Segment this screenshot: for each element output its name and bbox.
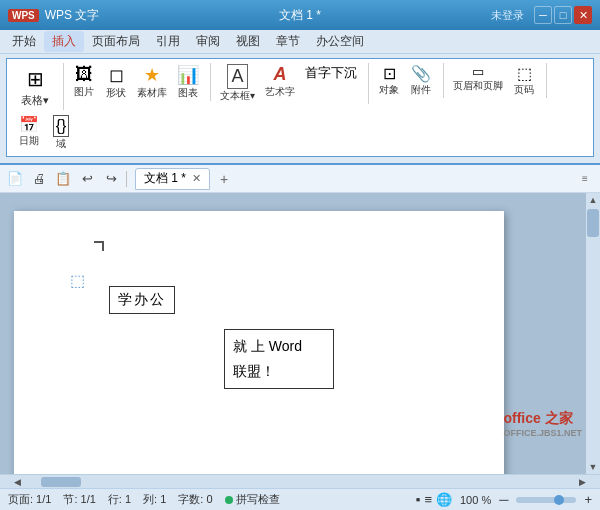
textbox-xueban-text: 学办公 bbox=[118, 291, 166, 307]
horizontal-scrollbar[interactable]: ◀ ▶ bbox=[0, 474, 600, 488]
toolbar-separator bbox=[126, 171, 127, 187]
ribbon-group-text: A 文本框▾ A 艺术字 首字下沉 x bbox=[217, 63, 369, 104]
view-mode-icons: ▪ ≡ 🌐 bbox=[416, 492, 452, 507]
status-right: ▪ ≡ 🌐 100 % ─ + bbox=[416, 492, 592, 507]
pagenum-label: 页码 bbox=[514, 83, 534, 97]
field-label: 域 bbox=[56, 137, 66, 151]
spell-check-indicator bbox=[225, 496, 233, 504]
zoom-plus-btn[interactable]: + bbox=[584, 492, 592, 507]
zoom-slider[interactable] bbox=[516, 497, 576, 503]
scroll-up-arrow[interactable]: ▲ bbox=[586, 193, 600, 207]
pagenum-icon: ⬚ bbox=[517, 64, 532, 83]
arttext-icon: A bbox=[274, 64, 287, 85]
ribbon-arttext-btn[interactable]: A 艺术字 bbox=[262, 63, 298, 100]
ribbon-group-images: 🖼 图片 ◻ 形状 ★ 素材库 📊 图表 bbox=[70, 63, 211, 101]
dropcap-icon: 首字下沉 bbox=[305, 64, 357, 82]
status-row: 行: 1 bbox=[108, 492, 131, 507]
attach-icon: 📎 bbox=[411, 64, 431, 83]
title-bar-controls: 未登录 ─ □ ✕ bbox=[491, 6, 592, 24]
menu-bar: 开始 插入 页面布局 引用 审阅 视图 章节 办公空间 bbox=[0, 30, 600, 54]
ribbon-group-date: 📅 日期 {} 域 bbox=[15, 114, 83, 152]
hscroll-thumb[interactable] bbox=[41, 477, 81, 487]
ribbon-shape-btn[interactable]: ◻ 形状 bbox=[102, 63, 130, 101]
watermark-url: OFFICE.JBS1.NET bbox=[503, 428, 582, 438]
quick-access-toolbar: 📄 🖨 📋 ↩ ↪ 文档 1 * ✕ + ≡ bbox=[0, 165, 600, 193]
ribbon-dropcap-btn[interactable]: 首字下沉 x bbox=[302, 63, 360, 94]
image-icon: 🖼 bbox=[75, 64, 93, 85]
ribbon-date-btn[interactable]: 📅 日期 bbox=[15, 114, 43, 149]
ribbon-field-btn[interactable]: {} 域 bbox=[47, 114, 75, 152]
textbox-word[interactable]: 就 上 Word 联盟！ bbox=[224, 329, 334, 389]
ribbon-group-table: ⊞ 表格▾ bbox=[15, 63, 64, 110]
hscroll-left-arrow[interactable]: ◀ bbox=[14, 477, 21, 487]
textbox-icon: A bbox=[227, 64, 247, 89]
ribbon-image-btn[interactable]: 🖼 图片 bbox=[70, 63, 98, 100]
doc-tab[interactable]: 文档 1 * ✕ bbox=[135, 168, 210, 190]
paste-btn[interactable]: 📋 bbox=[52, 168, 74, 190]
textbox-word-line2: 联盟！ bbox=[233, 359, 325, 384]
table-icon: ⊞ bbox=[19, 65, 51, 93]
material-icon: ★ bbox=[144, 64, 160, 86]
textbox-xueban[interactable]: 学办公 bbox=[109, 286, 175, 314]
menu-review[interactable]: 审阅 bbox=[188, 31, 228, 52]
image-label: 图片 bbox=[74, 85, 94, 99]
view-toggle-btn[interactable]: ≡ bbox=[574, 168, 596, 190]
menu-layout[interactable]: 页面布局 bbox=[84, 31, 148, 52]
close-button[interactable]: ✕ bbox=[574, 6, 592, 24]
view-normal-btn[interactable]: ▪ bbox=[416, 492, 421, 507]
doc-insert-icon: ⬚ bbox=[70, 271, 85, 290]
vertical-scrollbar[interactable]: ▲ ▼ bbox=[586, 193, 600, 474]
wps-logo: WPS bbox=[8, 9, 39, 22]
attach-label: 附件 bbox=[411, 83, 431, 97]
menu-chapter[interactable]: 章节 bbox=[268, 31, 308, 52]
ribbon-chart-btn[interactable]: 📊 图表 bbox=[174, 63, 202, 101]
scroll-down-arrow[interactable]: ▼ bbox=[586, 460, 600, 474]
new-tab-btn[interactable]: + bbox=[214, 169, 234, 189]
undo-btn[interactable]: ↩ bbox=[76, 168, 98, 190]
title-bar: WPS WPS 文字 文档 1 * 未登录 ─ □ ✕ bbox=[0, 0, 600, 30]
redo-btn[interactable]: ↪ bbox=[100, 168, 122, 190]
document-page: ⬚ 学办公 就 上 Word 联盟！ bbox=[14, 211, 504, 474]
document-area: ⬚ 学办公 就 上 Word 联盟！ ▲ ▼ office 之家 OFFICE.… bbox=[0, 193, 600, 474]
ribbon-table-btn[interactable]: ⊞ 表格▾ bbox=[15, 63, 55, 110]
ribbon-material-btn[interactable]: ★ 素材库 bbox=[134, 63, 170, 101]
hscroll-right-arrow[interactable]: ▶ bbox=[579, 477, 586, 487]
status-left: 页面: 1/1 节: 1/1 行: 1 列: 1 字数: 0 拼写检查 bbox=[8, 492, 280, 507]
maximize-button[interactable]: □ bbox=[554, 6, 572, 24]
field-icon: {} bbox=[53, 115, 70, 137]
zoom-minus-btn[interactable]: ─ bbox=[499, 492, 508, 507]
watermark-text1: office bbox=[503, 410, 540, 426]
date-icon: 📅 bbox=[19, 115, 39, 134]
new-btn[interactable]: 📄 bbox=[4, 168, 26, 190]
shape-icon: ◻ bbox=[109, 64, 124, 86]
headerfooter-label: 页眉和页脚 bbox=[453, 79, 503, 93]
arttext-label: 艺术字 bbox=[265, 85, 295, 99]
login-status: 未登录 bbox=[491, 8, 524, 23]
ribbon-object-btn[interactable]: ⊡ 对象 bbox=[375, 63, 403, 98]
doc-title: 文档 1 * bbox=[279, 7, 321, 24]
zoom-thumb bbox=[554, 495, 564, 505]
status-wordcount: 字数: 0 bbox=[178, 492, 212, 507]
menu-insert[interactable]: 插入 bbox=[44, 31, 84, 52]
menu-office[interactable]: 办公空间 bbox=[308, 31, 372, 52]
material-label: 素材库 bbox=[137, 86, 167, 100]
status-section: 节: 1/1 bbox=[63, 492, 95, 507]
view-web-btn[interactable]: 🌐 bbox=[436, 492, 452, 507]
minimize-button[interactable]: ─ bbox=[534, 6, 552, 24]
textbox-word-line1: 就 上 Word bbox=[233, 334, 325, 359]
ribbon-textbox-btn[interactable]: A 文本框▾ bbox=[217, 63, 258, 104]
spell-check[interactable]: 拼写检查 bbox=[225, 492, 280, 507]
date-label: 日期 bbox=[19, 134, 39, 148]
ribbon-pagenum-btn[interactable]: ⬚ 页码 bbox=[510, 63, 538, 98]
menu-start[interactable]: 开始 bbox=[4, 31, 44, 52]
menu-view[interactable]: 视图 bbox=[228, 31, 268, 52]
doc-tab-close[interactable]: ✕ bbox=[192, 172, 201, 185]
object-icon: ⊡ bbox=[383, 64, 396, 83]
view-outline-btn[interactable]: ≡ bbox=[424, 492, 432, 507]
ribbon-attach-btn[interactable]: 📎 附件 bbox=[407, 63, 435, 98]
textbox-label: 文本框▾ bbox=[220, 89, 255, 103]
scroll-thumb[interactable] bbox=[587, 209, 599, 237]
print-btn[interactable]: 🖨 bbox=[28, 168, 50, 190]
ribbon-headerfooter-btn[interactable]: ▭ 页眉和页脚 bbox=[450, 63, 506, 94]
menu-reference[interactable]: 引用 bbox=[148, 31, 188, 52]
